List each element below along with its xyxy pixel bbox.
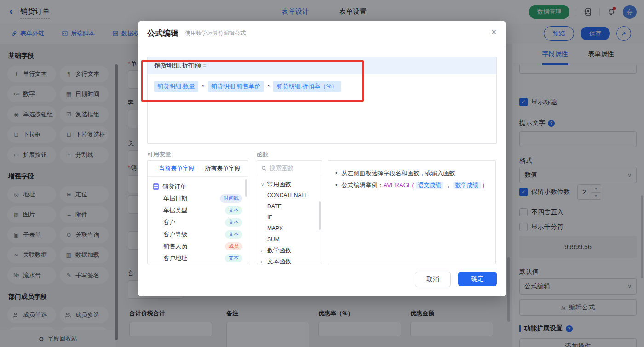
variables-form-node[interactable]: 销货订单	[153, 181, 242, 193]
type-badge: 文本	[225, 206, 242, 214]
search-icon	[261, 165, 267, 171]
functions-panel: 搜索函数 ∨ 常用函数 CONCATENATE DATE IF MAPX SUM…	[257, 160, 322, 264]
modal-subtitle: 使用数学运算符编辑公式	[185, 29, 246, 37]
variable-row[interactable]: 单据日期 时间戳	[153, 193, 242, 205]
variables-scrollbar[interactable]	[245, 179, 247, 197]
close-icon[interactable]: ×	[491, 27, 497, 37]
confirm-button[interactable]: 确定	[458, 272, 497, 286]
form-designer-app: ‹ 销货订单 表单设计 表单设置 数据管理 存	[0, 0, 644, 347]
modal-header: 公式编辑 使用数学运算符编辑公式	[138, 21, 506, 46]
help-line-2: •公式编辑举例：AVERAGE(语文成绩，数学成绩)	[335, 179, 488, 191]
functions-label: 函数	[257, 150, 269, 159]
example-field-token: 语文成绩	[416, 182, 443, 189]
variables-panel: 当前表单字段 所有表单字段 销货订单 单据日期 时间戳 单据类型 文本 客户	[147, 160, 248, 264]
modal-footer: 取消 确定	[415, 272, 497, 287]
variables-label: 可用变量	[147, 150, 171, 159]
form-doc-icon	[153, 183, 159, 190]
formula-token[interactable]: 销货明细.销售单价	[208, 81, 264, 92]
function-item[interactable]: SUM	[257, 234, 322, 245]
formula-editor-modal: 公式编辑 使用数学运算符编辑公式 × 销货明细.折扣额 = 销货明细.数量 * …	[138, 21, 506, 296]
type-badge: 文本	[225, 230, 242, 238]
formula-expression: 销货明细.数量 * 销货明细.销售单价 * 销货明细.折扣率（%）	[154, 81, 496, 92]
variable-row[interactable]: 客户地址 文本	[153, 252, 242, 264]
functions-scrollbar[interactable]	[319, 201, 321, 230]
cancel-button[interactable]: 取消	[415, 272, 451, 287]
example-field-token: 数学成绩	[453, 182, 481, 189]
variables-list: 销货订单 单据日期 时间戳 单据类型 文本 客户 文本 客户等级 文本	[148, 177, 248, 264]
formula-token[interactable]: 销货明细.折扣率（%）	[273, 81, 340, 92]
variable-row[interactable]: 销售人员 成员	[153, 240, 242, 252]
formula-operator: *	[202, 83, 204, 90]
function-item[interactable]: CONCATENATE	[257, 190, 322, 201]
function-item[interactable]: IF	[257, 212, 322, 223]
search-placeholder: 搜索函数	[270, 164, 293, 172]
help-line-1: •从左侧面板选择字段名和函数，或输入函数	[335, 167, 488, 179]
type-badge: 时间戳	[220, 194, 242, 202]
bullet-icon: •	[335, 170, 338, 176]
function-group-math[interactable]: › 数学函数	[257, 245, 322, 256]
type-badge: 文本	[225, 254, 242, 262]
function-list: ∨ 常用函数 CONCATENATE DATE IF MAPX SUM › 数学…	[257, 176, 322, 264]
type-badge: 文本	[225, 218, 242, 226]
tab-all-form-fields[interactable]: 所有表单字段	[205, 165, 241, 173]
function-search[interactable]: 搜索函数	[257, 161, 322, 176]
formula-token[interactable]: 销货明细.数量	[154, 81, 198, 92]
tab-current-form-fields[interactable]: 当前表单字段	[159, 165, 195, 173]
function-item[interactable]: MAPX	[257, 223, 322, 234]
function-group-common[interactable]: ∨ 常用函数	[257, 179, 322, 190]
function-group-text[interactable]: › 文本函数	[257, 256, 322, 264]
formula-target: 销货明细.折扣额 =	[148, 57, 496, 74]
chevron-right-icon: ›	[261, 248, 265, 253]
formula-operator: *	[267, 83, 270, 90]
function-item[interactable]: DATE	[257, 201, 322, 212]
type-badge: 成员	[225, 242, 242, 250]
variables-tabs: 当前表单字段 所有表单字段	[148, 161, 248, 177]
variable-row[interactable]: 客户 文本	[153, 216, 242, 228]
variable-row[interactable]: 客户等级 文本	[153, 228, 242, 240]
bullet-icon: •	[335, 182, 338, 188]
formula-editor[interactable]: 销货明细.折扣额 = 销货明细.数量 * 销货明细.销售单价 * 销货明细.折扣…	[147, 57, 497, 144]
chevron-right-icon: ›	[261, 259, 265, 264]
chevron-down-icon: ∨	[261, 182, 265, 187]
variable-row[interactable]: 单据类型 文本	[153, 205, 242, 216]
modal-title: 公式编辑	[147, 28, 178, 39]
help-panel: •从左侧面板选择字段名和函数，或输入函数 •公式编辑举例：AVERAGE(语文成…	[328, 160, 496, 264]
